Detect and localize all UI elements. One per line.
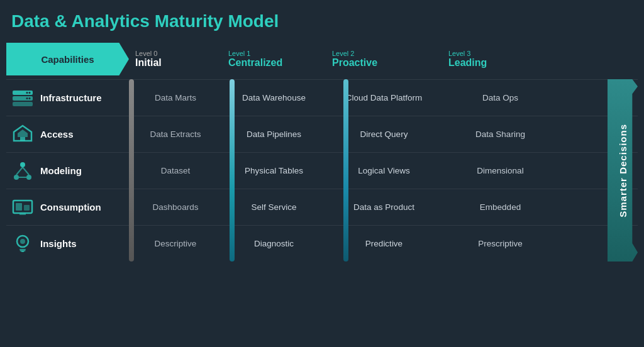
table-row: Consumption Dashboards Self Service Data…	[6, 189, 638, 225]
divider-l2-l3	[343, 79, 348, 262]
svg-point-22	[20, 239, 25, 244]
capability-cell-infrastructure: Infrastructure	[6, 87, 129, 109]
svg-point-5	[29, 97, 31, 99]
table-row: Access Data Extracts Data Pipelines Dire…	[6, 116, 638, 152]
svg-point-3	[29, 92, 31, 94]
svg-line-14	[23, 167, 29, 175]
cell-l1-infrastructure: Data Warehouse	[222, 80, 326, 116]
col-l0: Level 0 Initial	[129, 43, 222, 75]
cell-l0-modeling: Dataset	[129, 153, 222, 189]
header-level-2: Level 2 Proactive	[326, 43, 442, 75]
data-rows-container: Infrastructure Data Marts Data Warehouse…	[6, 79, 638, 262]
infrastructure-icon	[11, 87, 34, 109]
col-l3: Level 3 Leading	[442, 43, 558, 75]
cap-label-modeling: Modeling	[40, 165, 82, 176]
main-container: Data & Analytics Maturity Model Capabili…	[0, 0, 644, 347]
cell-l0-access: Data Extracts	[129, 116, 222, 152]
consumption-icon	[11, 196, 34, 219]
cap-label-infrastructure: Infrastructure	[40, 92, 102, 103]
title-part2: Maturity Model	[155, 11, 279, 31]
capability-cell-access: Access	[6, 123, 129, 146]
svg-marker-8	[18, 129, 28, 137]
cell-l3-consumption: Embedded	[442, 189, 558, 225]
col-l2: Level 2 Proactive	[326, 43, 442, 75]
col-capabilities: Capabilities	[6, 43, 129, 75]
header-level-1: Level 1 Centralized	[222, 43, 326, 75]
cell-l1-insights: Diagnostic	[222, 226, 326, 262]
cell-l1-consumption: Self Service	[222, 189, 326, 225]
svg-point-12	[26, 175, 31, 180]
insights-icon	[11, 233, 34, 255]
cell-l1-access: Data Pipelines	[222, 116, 326, 152]
cell-l0-insights: Descriptive	[129, 226, 222, 262]
divider-l1-l2	[230, 79, 235, 262]
svg-rect-9	[20, 137, 25, 141]
divider-l0-l1	[129, 79, 134, 262]
capability-cell-modeling: Modeling	[6, 160, 129, 182]
title-part1: Data & Analytics	[11, 11, 155, 31]
svg-rect-2	[13, 102, 33, 106]
cap-label-consumption: Consumption	[40, 202, 101, 212]
svg-point-10	[20, 162, 25, 167]
cell-l1-modeling: Physical Tables	[222, 153, 326, 189]
cell-l0-consumption: Dashboards	[129, 189, 222, 225]
cell-l3-access: Data Sharing	[442, 116, 558, 152]
svg-rect-18	[24, 205, 30, 211]
modeling-icon	[11, 160, 34, 182]
svg-rect-19	[19, 213, 26, 215]
access-icon	[11, 123, 34, 146]
smarter-decisions-label: Smarter Decisions	[618, 124, 628, 218]
svg-point-4	[26, 92, 28, 94]
header-level-0: Level 0 Initial	[129, 43, 222, 75]
cap-label-access: Access	[40, 129, 74, 140]
svg-line-13	[16, 167, 23, 175]
header-level-3: Level 3 Leading	[442, 43, 558, 75]
svg-rect-17	[16, 203, 22, 211]
cell-l3-insights: Prescriptive	[442, 226, 558, 262]
data-area: Infrastructure Data Marts Data Warehouse…	[6, 79, 638, 262]
col-l1: Level 1 Centralized	[222, 43, 326, 75]
capability-cell-consumption: Consumption	[6, 196, 129, 219]
header-row: Capabilities Level 0 Initial Level 1 Cen…	[6, 43, 638, 75]
cell-l3-modeling: Dimensional	[442, 153, 558, 189]
page-title: Data & Analytics Maturity Model	[11, 11, 638, 31]
svg-point-6	[26, 97, 28, 99]
table-row: Infrastructure Data Marts Data Warehouse…	[6, 79, 638, 116]
header-capabilities: Capabilities	[6, 43, 129, 75]
table-row: Modeling Dataset Physical Tables Logical…	[6, 152, 638, 189]
capability-cell-insights: Insights	[6, 233, 129, 255]
cap-label-insights: Insights	[40, 238, 77, 249]
col-side-header	[558, 43, 589, 75]
svg-point-11	[14, 175, 19, 180]
cell-l3-infrastructure: Data Ops	[442, 80, 558, 116]
cell-l0-infrastructure: Data Marts	[129, 80, 222, 116]
table-row: Insights Descriptive Diagnostic Predicti…	[6, 225, 638, 262]
